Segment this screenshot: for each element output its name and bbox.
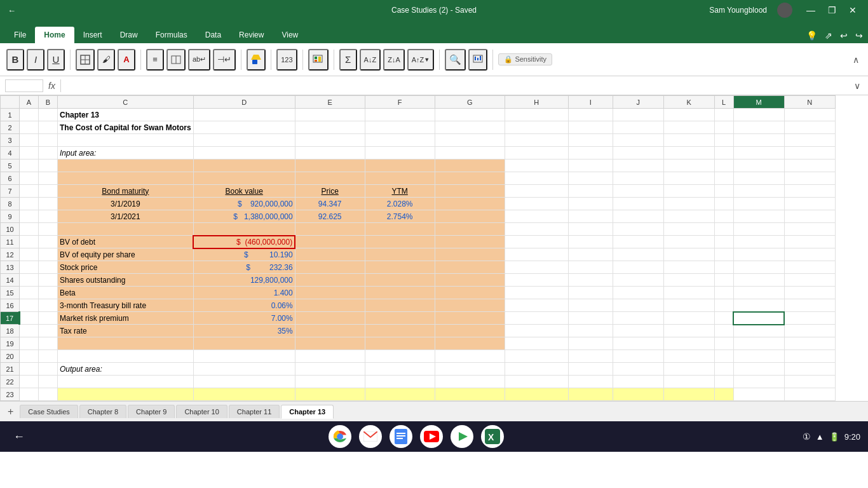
redo-icon[interactable]: ↪ [855, 30, 863, 41]
cell-f1[interactable] [365, 109, 435, 121]
cell-b4[interactable] [39, 147, 58, 159]
cell-g16[interactable] [435, 299, 505, 312]
row-header-22[interactable]: 22 [1, 376, 20, 388]
cell-g2[interactable] [435, 121, 505, 134]
cell-k16[interactable] [663, 299, 714, 312]
cell-k22[interactable] [663, 376, 714, 388]
cell-h13[interactable] [505, 261, 568, 274]
cell-n7[interactable] [784, 185, 835, 198]
cell-a17[interactable] [20, 312, 39, 325]
cell-d16[interactable]: 0.06% [193, 299, 295, 312]
cell-l22[interactable] [714, 376, 733, 388]
cell-g19[interactable] [435, 337, 505, 350]
cell-a6[interactable] [20, 172, 39, 185]
cell-l21[interactable] [714, 363, 733, 376]
cell-a21[interactable] [20, 363, 39, 376]
borders-button[interactable] [76, 49, 95, 71]
col-header-a[interactable]: A [20, 96, 39, 109]
cell-d23[interactable] [193, 388, 295, 401]
cell-g13[interactable] [435, 261, 505, 274]
cell-j6[interactable] [613, 172, 663, 185]
row-header-12[interactable]: 12 [1, 248, 20, 261]
cell-f3[interactable] [365, 134, 435, 147]
ideas-toolbar-button[interactable] [468, 49, 487, 71]
cell-e18[interactable] [295, 325, 365, 337]
cell-h3[interactable] [505, 134, 568, 147]
merge-button[interactable] [166, 49, 186, 71]
cell-j18[interactable] [613, 325, 663, 337]
cell-l20[interactable] [714, 350, 733, 363]
cell-a8[interactable] [20, 198, 39, 210]
cell-c22[interactable] [58, 376, 194, 388]
cell-l11[interactable] [714, 236, 733, 248]
cell-l14[interactable] [714, 274, 733, 287]
cell-i1[interactable] [568, 109, 613, 121]
cell-f18[interactable] [365, 325, 435, 337]
cell-c20[interactable] [58, 350, 194, 363]
cell-d10[interactable] [193, 223, 295, 236]
cell-m20[interactable] [733, 350, 784, 363]
cell-i9[interactable] [568, 210, 613, 223]
maximize-button[interactable]: ❐ [824, 5, 840, 15]
cell-d22[interactable] [193, 376, 295, 388]
cell-e8[interactable]: 94.347 [295, 198, 365, 210]
cell-l13[interactable] [714, 261, 733, 274]
cell-c18[interactable]: Tax rate [58, 325, 194, 337]
cell-e10[interactable] [295, 223, 365, 236]
col-header-g[interactable]: G [435, 96, 505, 109]
cell-l16[interactable] [714, 299, 733, 312]
cell-b12[interactable] [39, 248, 58, 261]
cell-k1[interactable] [663, 109, 714, 121]
cell-k11[interactable] [663, 236, 714, 248]
cell-f6[interactable] [365, 172, 435, 185]
cell-b19[interactable] [39, 337, 58, 350]
row-header-14[interactable]: 14 [1, 274, 20, 287]
cell-b15[interactable] [39, 287, 58, 299]
cell-h15[interactable] [505, 287, 568, 299]
cell-c7[interactable]: Bond maturity [58, 185, 194, 198]
cell-e22[interactable] [295, 376, 365, 388]
cell-h11[interactable] [505, 236, 568, 248]
cell-f4[interactable] [365, 147, 435, 159]
cell-b13[interactable] [39, 261, 58, 274]
cell-m1[interactable] [733, 109, 784, 121]
row-header-7[interactable]: 7 [1, 185, 20, 198]
cell-l12[interactable] [714, 248, 733, 261]
cell-i20[interactable] [568, 350, 613, 363]
cell-k21[interactable] [663, 363, 714, 376]
cell-k4[interactable] [663, 147, 714, 159]
cell-c13[interactable]: Stock price [58, 261, 194, 274]
cell-f15[interactable] [365, 287, 435, 299]
cell-n3[interactable] [784, 134, 835, 147]
cell-a4[interactable] [20, 147, 39, 159]
row-header-19[interactable]: 19 [1, 337, 20, 350]
cell-n21[interactable] [784, 363, 835, 376]
cell-f9[interactable]: 2.754% [365, 210, 435, 223]
cell-n16[interactable] [784, 299, 835, 312]
cell-b10[interactable] [39, 223, 58, 236]
cell-e2[interactable] [295, 121, 365, 134]
tab-home[interactable]: Home [35, 27, 74, 43]
cell-n15[interactable] [784, 287, 835, 299]
cell-a23[interactable] [20, 388, 39, 401]
cell-m21[interactable] [733, 363, 784, 376]
cell-h22[interactable] [505, 376, 568, 388]
col-header-b[interactable]: B [39, 96, 58, 109]
cell-j4[interactable] [613, 147, 663, 159]
cell-c12[interactable]: BV of equity per share [58, 248, 194, 261]
cell-e3[interactable] [295, 134, 365, 147]
cell-a15[interactable] [20, 287, 39, 299]
cell-k14[interactable] [663, 274, 714, 287]
cell-k17[interactable] [663, 312, 714, 325]
cell-j11[interactable] [613, 236, 663, 248]
tab-review[interactable]: Review [230, 27, 273, 43]
cell-e13[interactable] [295, 261, 365, 274]
cell-d12[interactable]: $ 10.190 [193, 248, 295, 261]
cell-h14[interactable] [505, 274, 568, 287]
cell-m16[interactable] [733, 299, 784, 312]
cell-j15[interactable] [613, 287, 663, 299]
cell-a14[interactable] [20, 274, 39, 287]
cell-h8[interactable] [505, 198, 568, 210]
cell-e11[interactable] [295, 236, 365, 248]
gmail-app-icon[interactable] [359, 425, 382, 448]
